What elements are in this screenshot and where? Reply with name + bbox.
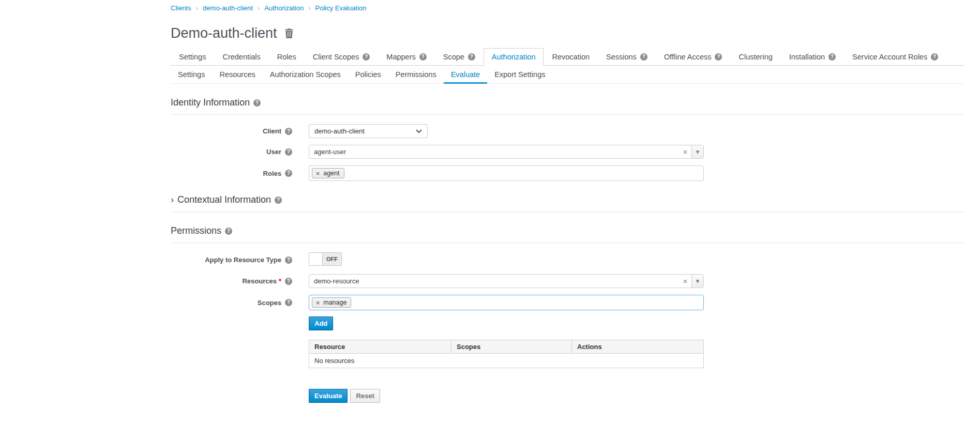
breadcrumb: Clients › demo-auth-client › Authorizati… — [171, 4, 964, 12]
chevron-down-icon — [416, 129, 422, 133]
help-icon[interactable]: ? — [419, 53, 427, 61]
help-icon[interactable]: ? — [931, 53, 938, 61]
roles-label: Roles ? — [171, 170, 292, 177]
resources-table: Resource Scopes Actions No resources — [309, 340, 704, 368]
table-empty-row: No resources — [309, 354, 704, 368]
tab-authorization[interactable]: Authorization — [484, 48, 544, 66]
help-icon[interactable]: ? — [285, 278, 292, 285]
column-header-actions: Actions — [572, 340, 704, 354]
tab-offline-access[interactable]: Offline Access? — [656, 48, 731, 66]
help-icon[interactable]: ? — [715, 53, 722, 61]
tab-credentials[interactable]: Credentials — [214, 48, 268, 66]
tab-scope[interactable]: Scope? — [435, 48, 484, 66]
tab-mappers[interactable]: Mappers? — [378, 48, 434, 66]
subtab-export-settings[interactable]: Export Settings — [487, 68, 552, 83]
breadcrumb-separator-icon: › — [253, 4, 264, 12]
help-icon[interactable]: ? — [225, 228, 232, 235]
tab-installation[interactable]: Installation? — [781, 48, 844, 66]
page-content: Clients › demo-auth-client › Authorizati… — [0, 0, 980, 403]
subtab-policies[interactable]: Policies — [348, 68, 388, 83]
column-header-scopes: Scopes — [451, 340, 572, 354]
apply-to-resource-type-row: Apply to Resource Type ? OFF — [171, 252, 964, 267]
breadcrumb-clients[interactable]: Clients — [171, 4, 191, 12]
required-asterisk: * — [279, 277, 281, 285]
authorization-subtabs: Settings Resources Authorization Scopes … — [171, 68, 964, 84]
tab-sessions[interactable]: Sessions? — [598, 48, 656, 66]
help-icon[interactable]: ? — [285, 299, 292, 306]
subtab-authorization-scopes[interactable]: Authorization Scopes — [263, 68, 348, 83]
help-icon[interactable]: ? — [275, 197, 282, 204]
breadcrumb-policy-evaluation[interactable]: Policy Evaluation — [315, 4, 367, 12]
collapse-chevron-icon: › — [171, 194, 174, 205]
role-tag-label: agent — [323, 170, 339, 177]
clear-user-icon[interactable]: × — [679, 148, 691, 156]
client-select[interactable]: demo-auth-client — [309, 124, 428, 138]
trash-icon[interactable] — [284, 28, 294, 38]
roles-field-row: Roles ? × agent — [171, 165, 964, 181]
client-select-value: demo-auth-client — [314, 127, 365, 135]
page-title: Demo-auth-client — [171, 24, 964, 42]
help-icon[interactable]: ? — [285, 256, 292, 264]
role-tag-agent: × agent — [312, 168, 344, 178]
apply-to-resource-type-toggle[interactable]: OFF — [309, 252, 342, 266]
help-icon[interactable]: ? — [640, 53, 647, 61]
roles-multiselect[interactable]: × agent — [309, 165, 704, 181]
user-field-row: User ? agent-user × ▼ — [171, 145, 964, 159]
apply-to-resource-type-label: Apply to Resource Type ? — [171, 256, 292, 264]
permissions-header: Permissions ? — [171, 225, 964, 243]
help-icon[interactable]: ? — [363, 53, 370, 61]
subtab-resources[interactable]: Resources — [212, 68, 262, 83]
no-resources-cell: No resources — [309, 354, 704, 368]
tab-client-scopes[interactable]: Client Scopes? — [305, 48, 378, 66]
tab-clustering[interactable]: Clustering — [730, 48, 780, 66]
help-icon[interactable]: ? — [468, 53, 475, 61]
table-header-row: Resource Scopes Actions — [309, 340, 704, 354]
client-field-row: Client ? demo-auth-client — [171, 124, 964, 138]
contextual-information-header[interactable]: › Contextual Information ? — [171, 194, 964, 212]
reset-button[interactable]: Reset — [350, 389, 380, 403]
tab-revocation[interactable]: Revocation — [544, 48, 598, 66]
subtab-evaluate[interactable]: Evaluate — [444, 68, 487, 83]
resources-select-value: demo-resource — [314, 277, 359, 285]
tab-service-account-roles[interactable]: Service Account Roles? — [844, 48, 946, 66]
tab-roles[interactable]: Roles — [269, 48, 305, 66]
form-actions: Evaluate Reset — [309, 389, 964, 403]
scope-tag-label: manage — [323, 299, 346, 306]
user-dropdown-arrow-icon[interactable]: ▼ — [691, 145, 703, 158]
breadcrumb-authorization[interactable]: Authorization — [264, 4, 304, 12]
client-tabs: Settings Credentials Roles Client Scopes… — [171, 48, 964, 66]
toggle-state-label: OFF — [323, 253, 341, 265]
add-button[interactable]: Add — [309, 316, 333, 330]
resources-dropdown-arrow-icon[interactable]: ▼ — [691, 275, 703, 288]
scopes-multiselect[interactable]: × manage — [309, 295, 704, 310]
evaluate-button[interactable]: Evaluate — [309, 389, 348, 403]
scope-tag-manage: × manage — [312, 297, 351, 308]
remove-tag-icon[interactable]: × — [315, 170, 320, 177]
help-icon[interactable]: ? — [285, 128, 292, 135]
toggle-knob — [309, 253, 323, 265]
resources-label: Resources * ? — [171, 277, 292, 285]
scopes-field-row: Scopes ? × manage — [171, 295, 964, 310]
help-icon[interactable]: ? — [285, 148, 292, 156]
subtab-permissions[interactable]: Permissions — [388, 68, 444, 83]
clear-resource-icon[interactable]: × — [679, 278, 691, 285]
help-icon[interactable]: ? — [828, 53, 836, 61]
scopes-label: Scopes ? — [171, 299, 292, 307]
breadcrumb-client-id[interactable]: demo-auth-client — [203, 4, 253, 12]
user-select-value: agent-user — [314, 148, 346, 156]
user-select[interactable]: agent-user × ▼ — [309, 145, 704, 159]
resources-select[interactable]: demo-resource × ▼ — [309, 274, 704, 288]
help-icon[interactable]: ? — [285, 170, 292, 177]
remove-tag-icon[interactable]: × — [315, 299, 320, 306]
user-label: User ? — [171, 148, 292, 156]
resources-field-row: Resources * ? demo-resource × ▼ — [171, 274, 964, 288]
client-title-text: Demo-auth-client — [171, 24, 277, 42]
identity-information-header: Identity Information ? — [171, 97, 964, 115]
breadcrumb-separator-icon: › — [191, 4, 203, 12]
client-label: Client ? — [171, 127, 292, 135]
tab-settings[interactable]: Settings — [171, 48, 214, 66]
breadcrumb-separator-icon: › — [304, 4, 315, 12]
help-icon[interactable]: ? — [253, 99, 261, 107]
subtab-settings[interactable]: Settings — [171, 68, 212, 83]
column-header-resource: Resource — [309, 340, 451, 354]
